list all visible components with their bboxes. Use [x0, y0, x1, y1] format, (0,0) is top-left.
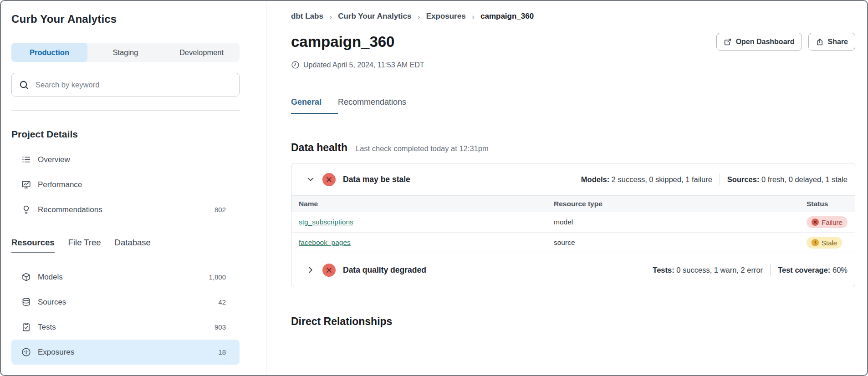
breadcrumb-item-dbt-labs[interactable]: dbt Labs: [291, 12, 323, 21]
clock-icon: [291, 61, 300, 69]
chevron-down-icon[interactable]: [306, 175, 315, 184]
data-health-section: Data health Last check completed today a…: [291, 142, 855, 287]
sidebar-item-label: Overview: [38, 155, 70, 164]
stat-divider: [720, 173, 720, 185]
title-row: campaign_360 Open Dashboard Share: [291, 33, 855, 51]
app-window: Curb Your Analytics Production Staging D…: [0, 0, 868, 376]
stale-section-title: Data may be stale: [343, 175, 410, 184]
sidebar-item-label: Sources: [38, 298, 66, 307]
project-details-nav: Overview Performance Recommendations 802: [11, 147, 240, 222]
project-details-heading: Project Details: [11, 129, 240, 140]
list-icon: [21, 155, 31, 164]
page-actions: Open Dashboard Share: [716, 33, 855, 51]
tab-staging[interactable]: Staging: [87, 43, 163, 62]
breadcrumb-item-exposures[interactable]: Exposures: [426, 12, 466, 21]
table-row: facebook_pages source Stale: [291, 233, 855, 253]
sidebar-item-sources[interactable]: Sources 42: [11, 290, 240, 315]
stale-resources-table: Name Resource type Status stg_subscripti…: [291, 195, 855, 253]
resource-link-facebook-pages[interactable]: facebook_pages: [299, 239, 351, 246]
page-tabs: General Recommendations: [291, 97, 855, 114]
sidebar-item-label: Tests: [38, 323, 56, 332]
breadcrumb-item-current: campaign_360: [480, 12, 534, 21]
tab-general[interactable]: General: [291, 97, 338, 114]
breadcrumb-item-project[interactable]: Curb Your Analytics: [338, 12, 411, 21]
sidebar-item-models[interactable]: Models 1,800: [11, 264, 240, 290]
sidebar-item-label: Models: [38, 273, 63, 282]
monitor-chart-icon: [21, 180, 31, 189]
search-box[interactable]: [11, 73, 240, 97]
stale-section-stats: Models: 2 success, 0 skipped, 1 failure …: [581, 173, 848, 185]
tab-production[interactable]: Production: [11, 43, 87, 62]
updated-timestamp: Updated April 5, 2024, 11:53 AM EDT: [291, 61, 855, 69]
tab-recommendations[interactable]: Recommendations: [338, 97, 423, 114]
sidebar-item-exposures[interactable]: Exposures 18: [11, 340, 240, 365]
page-title: campaign_360: [291, 33, 394, 51]
item-count: 903: [214, 323, 226, 331]
sidebar-item-overview[interactable]: Overview: [11, 147, 240, 172]
item-count: 18: [218, 348, 226, 356]
test-coverage-stat: Test coverage: 60%: [778, 266, 848, 274]
data-health-heading-row: Data health Last check completed today a…: [291, 142, 855, 154]
updated-text: Updated April 5, 2024, 11:53 AM EDT: [303, 61, 424, 69]
clipboard-check-icon: [21, 322, 31, 332]
status-badge-failure: Failure: [807, 216, 848, 228]
sidebar-item-label: Exposures: [38, 348, 74, 357]
sidebar-item-recommendations[interactable]: Recommendations 802: [11, 197, 240, 222]
table-header-row: Name Resource type Status: [291, 196, 855, 212]
share-button[interactable]: Share: [808, 33, 855, 51]
stale-section-header[interactable]: Data may be stale Models: 2 success, 0 s…: [291, 163, 855, 195]
cube-icon: [21, 272, 31, 282]
item-count: 42: [218, 298, 226, 306]
tab-resources[interactable]: Resources: [11, 238, 55, 253]
tab-development[interactable]: Development: [163, 43, 240, 62]
sources-stat: Sources: 0 fresh, 0 delayed, 1 stale: [727, 175, 848, 184]
quality-section-header[interactable]: Data quality degraded Tests: 0 success, …: [291, 253, 855, 287]
sidebar-project-title: Curb Your Analytics: [11, 13, 240, 25]
table-row: stg_subscriptions model Failure: [291, 212, 855, 233]
main-content: dbt Labs › Curb Your Analytics › Exposur…: [266, 1, 867, 375]
resource-type-cell: model: [546, 212, 799, 233]
sidebar-item-performance[interactable]: Performance: [11, 172, 240, 197]
resource-view-tabs: Resources File Tree Database: [11, 238, 240, 253]
data-health-card: Data may be stale Models: 2 success, 0 s…: [291, 163, 855, 287]
item-count: 802: [214, 206, 226, 213]
sidebar-item-tests[interactable]: Tests 903: [11, 315, 240, 340]
lightbulb-icon: [21, 205, 31, 214]
sidebar: Curb Your Analytics Production Staging D…: [1, 1, 266, 375]
tests-stat: Tests: 0 success, 1 warn, 2 error: [653, 266, 763, 274]
item-count: 1,800: [209, 273, 226, 281]
resource-link-stg-subscriptions[interactable]: stg_subscriptions: [299, 218, 353, 226]
column-header-name: Name: [291, 196, 546, 212]
share-icon: [816, 38, 824, 46]
resources-nav: Models 1,800 Sources 42 Tests 903: [11, 264, 240, 365]
sidebar-item-label: Performance: [38, 180, 82, 189]
tab-database[interactable]: Database: [115, 238, 151, 253]
column-header-status: Status: [799, 196, 855, 212]
chevron-right-icon[interactable]: [306, 265, 315, 274]
button-label: Share: [828, 38, 848, 46]
x-circle-icon: [812, 218, 819, 226]
last-check-text: Last check completed today at 12:31pm: [356, 144, 489, 153]
resource-type-cell: source: [546, 233, 799, 253]
status-badge-label: Failure: [822, 218, 842, 226]
gauge-icon: [21, 347, 31, 357]
search-icon: [19, 80, 29, 90]
direct-relationships-heading: Direct Relationships: [291, 315, 855, 328]
open-dashboard-button[interactable]: Open Dashboard: [716, 33, 802, 51]
x-circle-icon: [322, 264, 336, 277]
sidebar-item-label: Recommendations: [38, 205, 102, 214]
status-badge-stale: Stale: [807, 237, 842, 249]
stat-divider: [770, 264, 771, 276]
database-icon: [21, 297, 31, 307]
data-health-heading: Data health: [291, 142, 347, 154]
breadcrumb: dbt Labs › Curb Your Analytics › Exposur…: [291, 12, 855, 21]
exclamation-circle-icon: [812, 239, 819, 246]
x-circle-icon: [322, 173, 336, 186]
chevron-right-icon: ›: [329, 12, 332, 21]
tab-file-tree[interactable]: File Tree: [68, 238, 101, 253]
quality-section-title: Data quality degraded: [343, 265, 426, 275]
environment-tabs: Production Staging Development: [11, 43, 240, 62]
search-input[interactable]: [35, 80, 232, 90]
chevron-right-icon: ›: [417, 12, 420, 21]
sidebar-divider: [11, 110, 240, 111]
